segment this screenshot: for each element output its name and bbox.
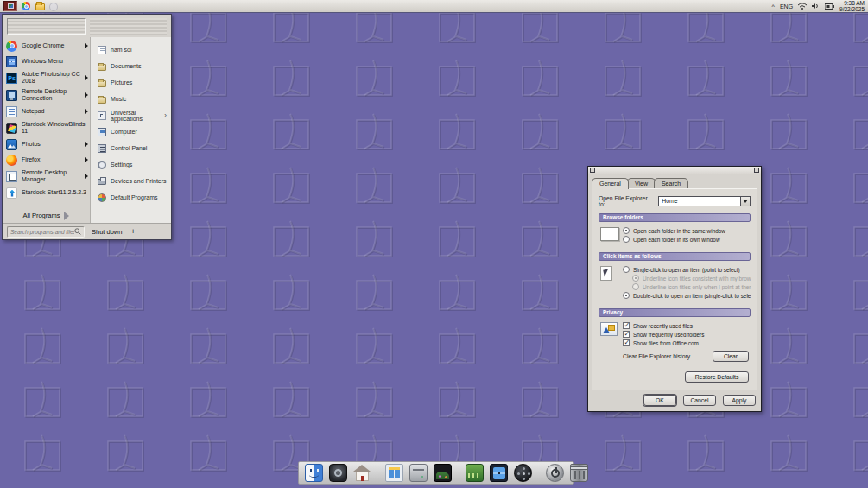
dialog-titlebar[interactable] [588, 167, 761, 174]
submenu-arrow-icon [85, 109, 88, 114]
dropdown-arrow-button[interactable] [740, 197, 750, 206]
faded-app-icon [49, 3, 58, 11]
dock-finder-icon[interactable] [305, 464, 323, 482]
start-place-universal-applications[interactable]: Universal applications › [91, 107, 171, 124]
option-single-click[interactable]: Single-click to open an item (point to s… [623, 266, 751, 273]
start-item-photos[interactable]: Photos [3, 136, 90, 152]
start-item-remote-desktop-manager[interactable]: Remote Desktop Manager [3, 168, 90, 185]
home-door [361, 476, 364, 481]
option-show-office-files[interactable]: Show files from Office.com [623, 339, 751, 346]
start-item-notepad[interactable]: Notepad [3, 104, 90, 119]
tab-view[interactable]: View [627, 178, 656, 188]
language-indicator[interactable]: ENG [780, 3, 793, 10]
wifi-icon[interactable] [798, 3, 807, 10]
start-place-pictures[interactable]: Pictures [91, 74, 171, 91]
start-place-computer[interactable]: Computer [91, 124, 171, 140]
tray-expand-button[interactable]: ^ [772, 3, 775, 10]
all-programs-button[interactable]: All Programs [3, 208, 90, 223]
start-item-photoshop[interactable]: Adobe Photoshop CC 2018 [3, 69, 90, 86]
taskbar-chrome-button[interactable] [22, 2, 31, 10]
shutdown-button[interactable]: Shut down [92, 228, 122, 236]
clear-history-row: Clear File Explorer history Clear [623, 351, 751, 362]
tab-search[interactable]: Search [654, 178, 688, 188]
radio-underline-point [632, 283, 639, 290]
start-item-start11[interactable]: Stardock Start11 2.5.2.3 [3, 185, 90, 200]
checkbox-office-files[interactable] [623, 339, 630, 346]
dock-trash-icon[interactable] [570, 464, 588, 482]
taskbar-clock[interactable]: 9:38 AM 9/22/2025 [839, 0, 865, 12]
dock-pictures-icon[interactable] [434, 464, 452, 482]
browse-folders-icon-col [600, 225, 623, 244]
dialog-close-button[interactable] [754, 168, 759, 173]
dock-nature-icon[interactable] [466, 464, 484, 482]
option-show-recent-files[interactable]: Show recently used files [623, 322, 751, 329]
clear-button[interactable]: Clear [713, 351, 749, 362]
universal-applications-icon [98, 111, 106, 120]
start-place-user-folder[interactable]: ham sol [91, 41, 171, 58]
cancel-button[interactable]: Cancel [683, 395, 716, 406]
privacy-document-icon [600, 322, 618, 336]
restore-defaults-button[interactable]: Restore Defaults [685, 371, 749, 383]
start-button[interactable] [3, 1, 17, 11]
submenu-arrow-icon [85, 142, 88, 147]
start-place-music[interactable]: Music [91, 91, 171, 107]
file-explorer-options-dialog: General View Search Open File Explorer t… [587, 166, 762, 412]
checkbox-recent-files[interactable] [623, 322, 630, 329]
start-item-windows-menu[interactable]: Windows Menu [3, 54, 90, 69]
submenu-arrow-icon [85, 75, 88, 80]
dock-reel-icon[interactable] [514, 464, 532, 482]
chrome-icon [22, 2, 30, 10]
option-same-window[interactable]: Open each folder in the same window [623, 227, 751, 234]
start-item-firefox[interactable]: Firefox [3, 152, 90, 168]
open-to-dropdown[interactable]: Home [658, 196, 751, 206]
start-place-default-programs[interactable]: Default Programs [91, 189, 171, 206]
dock-hard-drive-icon[interactable] [409, 464, 428, 482]
submenu-arrow-icon [85, 92, 88, 98]
option-underline-consistent: Underline icon titles consistent with my… [632, 275, 751, 282]
option-show-frequent-folders[interactable]: Show frequently used folders [623, 331, 751, 338]
dock-system-icon[interactable] [329, 464, 347, 482]
radio-own-window[interactable] [623, 236, 630, 243]
start-item-google-chrome[interactable]: Google Chrome [3, 38, 90, 54]
volume-icon[interactable] [812, 3, 820, 10]
dock-tiles-icon[interactable] [490, 464, 508, 482]
search-box[interactable] [7, 226, 85, 238]
search-input[interactable] [10, 229, 74, 235]
taskbar-faded-app-button[interactable] [49, 2, 59, 10]
documents-icon [98, 64, 106, 71]
radio-double-click[interactable] [623, 292, 630, 299]
tab-page-general: Open File Explorer to: Home Browse folde… [592, 188, 757, 390]
option-underline-point: Underline icon titles only when I point … [632, 283, 751, 290]
checkbox-frequent-folders[interactable] [623, 331, 630, 338]
ok-button[interactable]: OK [643, 395, 676, 406]
control-panel-icon [98, 144, 106, 153]
start-place-devices-printers[interactable]: Devices and Printers [91, 173, 171, 189]
shutdown-options-button[interactable]: + [130, 227, 135, 236]
option-own-window[interactable]: Open each folder in its own window [623, 236, 751, 243]
dock-home-icon[interactable] [353, 464, 371, 482]
open-file-explorer-row: Open File Explorer to: Home [599, 195, 751, 207]
photoshop-icon [6, 73, 17, 84]
remote-desktop-manager-icon [6, 171, 17, 182]
apply-button[interactable]: Apply [723, 395, 756, 406]
dock-power-icon[interactable] [546, 464, 564, 482]
start-place-control-panel[interactable]: Control Panel [91, 140, 171, 156]
click-items-group: Click items as follows Single-click to o… [599, 252, 751, 302]
dialog-system-menu-button[interactable] [590, 168, 595, 173]
dialog-action-buttons: OK Cancel Apply [588, 390, 761, 411]
option-double-click[interactable]: Double-click to open an item (single-cli… [623, 292, 751, 299]
radio-single-click[interactable] [623, 266, 630, 273]
start-place-settings[interactable]: Settings [91, 156, 171, 173]
start11-icon [6, 187, 17, 199]
system-tray: ^ ENG 9:38 AM 9/22/2025 [772, 0, 865, 12]
taskbar-explorer-button[interactable] [35, 2, 45, 10]
start-item-windowblinds[interactable]: Stardock WindowBlinds 11 [3, 119, 90, 136]
start-item-remote-desktop-connection[interactable]: Remote Desktop Connection [3, 86, 90, 104]
privacy-icon-col [600, 320, 623, 362]
radio-same-window[interactable] [623, 227, 630, 234]
tab-general[interactable]: General [592, 178, 629, 189]
start-icon [8, 3, 14, 9]
dock-windows-icon[interactable] [385, 464, 403, 482]
start-place-documents[interactable]: Documents [91, 58, 171, 74]
battery-icon[interactable] [825, 3, 834, 10]
